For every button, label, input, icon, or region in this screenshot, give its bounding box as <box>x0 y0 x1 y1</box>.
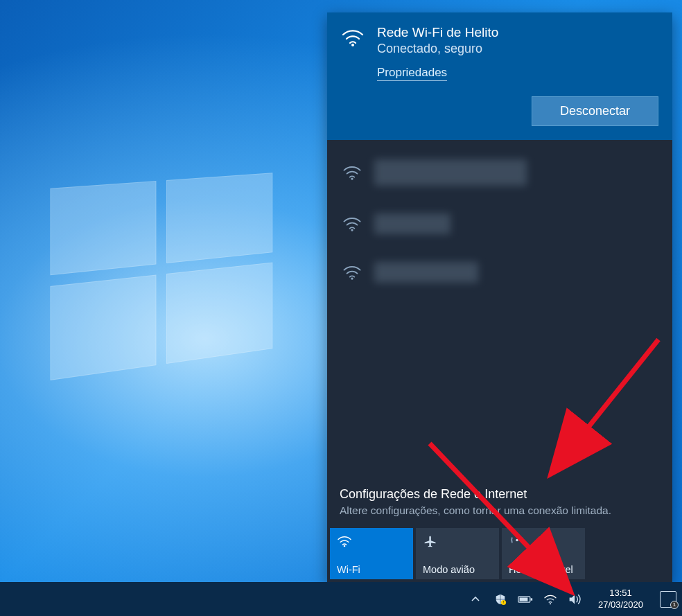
svg-point-11 <box>550 603 551 604</box>
tile-airplane-mode[interactable]: Modo avião <box>416 528 499 579</box>
connected-status: Conectado, seguro <box>377 42 498 56</box>
other-networks-list <box>327 140 672 302</box>
settings-subtitle: Altere configurações, como tornar uma co… <box>340 504 660 517</box>
svg-text:!: ! <box>503 600 505 604</box>
quick-tiles: Wi-Fi Modo avião Hotspot móvel <box>327 528 672 582</box>
svg-point-5 <box>516 539 518 542</box>
security-shield-icon[interactable]: ! <box>493 592 508 607</box>
notification-badge: 1 <box>670 601 679 609</box>
wifi-icon <box>342 264 362 281</box>
volume-icon[interactable] <box>568 592 583 607</box>
tile-mobile-hotspot[interactable]: Hotspot móvel <box>502 528 585 579</box>
taskbar: ! 13:51 27/03/2020 1 <box>0 582 682 616</box>
windows-logo <box>50 173 272 391</box>
network-settings-link[interactable]: Configurações de Rede e Internet Altere … <box>327 487 672 528</box>
wifi-icon <box>342 164 362 181</box>
hotspot-icon <box>509 534 578 549</box>
svg-point-4 <box>344 545 346 547</box>
tile-wifi[interactable]: Wi-Fi <box>330 528 413 579</box>
airplane-icon <box>423 534 492 549</box>
svg-point-3 <box>351 277 353 279</box>
svg-point-0 <box>351 44 354 46</box>
network-flyout: Rede Wi-Fi de Helito Conectado, seguro P… <box>327 12 672 582</box>
wifi-icon <box>342 215 362 232</box>
redacted-ssid <box>374 159 527 186</box>
disconnect-button[interactable]: Desconectar <box>532 96 658 126</box>
svg-rect-9 <box>531 598 533 600</box>
other-network-item[interactable] <box>327 248 672 297</box>
tile-label: Wi-Fi <box>337 564 406 575</box>
action-center-icon[interactable]: 1 <box>660 591 676 608</box>
wifi-icon <box>337 534 406 549</box>
system-tray: ! 13:51 27/03/2020 1 <box>468 588 676 610</box>
settings-title: Configurações de Rede e Internet <box>340 487 660 502</box>
tile-label: Modo avião <box>423 564 492 575</box>
svg-point-2 <box>351 229 353 231</box>
tray-chevron-up-icon[interactable] <box>468 592 483 607</box>
connected-ssid: Rede Wi-Fi de Helito <box>377 25 498 40</box>
other-network-item[interactable] <box>327 200 672 248</box>
wifi-tray-icon[interactable] <box>543 592 558 607</box>
battery-icon[interactable] <box>518 592 533 607</box>
connected-network-section[interactable]: Rede Wi-Fi de Helito Conectado, seguro P… <box>327 12 672 140</box>
redacted-ssid <box>374 262 478 283</box>
svg-rect-10 <box>519 597 527 601</box>
taskbar-clock[interactable]: 13:51 27/03/2020 <box>598 588 643 610</box>
tile-label: Hotspot móvel <box>509 564 578 575</box>
svg-point-1 <box>351 177 353 179</box>
wifi-connected-icon <box>341 25 365 47</box>
taskbar-date: 27/03/2020 <box>598 599 643 610</box>
properties-link[interactable]: Propriedades <box>377 66 447 81</box>
redacted-ssid <box>374 213 451 234</box>
other-network-item[interactable] <box>327 146 672 200</box>
taskbar-time: 13:51 <box>598 588 643 599</box>
